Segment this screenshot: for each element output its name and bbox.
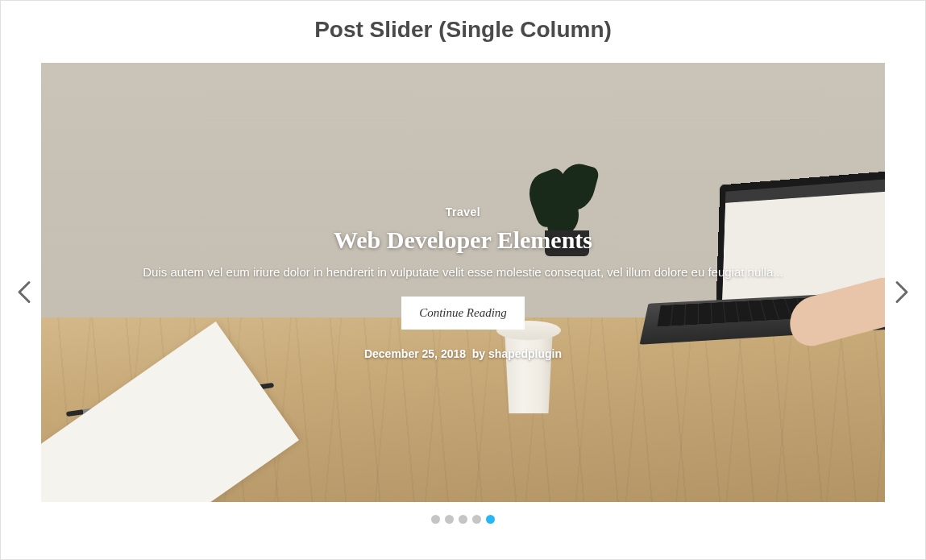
slide-category[interactable]: Travel [446,205,480,218]
slide-title[interactable]: Web Developer Elements [334,226,592,254]
pagination-dot-1[interactable] [431,515,440,524]
pagination-dot-5[interactable] [486,515,495,524]
prev-arrow-button[interactable] [9,272,39,315]
pagination-dot-3[interactable] [459,515,467,524]
slide-author[interactable]: shapedplugin [488,347,562,360]
section-heading: Post Slider (Single Column) [1,17,925,43]
pagination-dots [41,515,885,524]
next-arrow-button[interactable] [887,272,917,315]
continue-reading-button[interactable]: Continue Reading [401,297,525,330]
slide-content: Travel Web Developer Elements Duis autem… [41,63,885,502]
slide-meta: December 25, 2018 by shapedplugin [364,347,562,360]
pagination-dot-4[interactable] [472,515,481,524]
slide-date: December 25, 2018 [364,347,466,360]
chevron-left-icon [17,280,31,305]
pagination-dot-2[interactable] [445,515,454,524]
slider-wrapper: Travel Web Developer Elements Duis autem… [1,63,925,524]
slider-container: Post Slider (Single Column) [0,0,926,560]
chevron-right-icon [895,280,909,305]
slide: Travel Web Developer Elements Duis autem… [41,63,885,502]
by-label: by [472,347,485,360]
slide-excerpt: Duis autem vel eum iriure dolor in hendr… [143,265,783,279]
